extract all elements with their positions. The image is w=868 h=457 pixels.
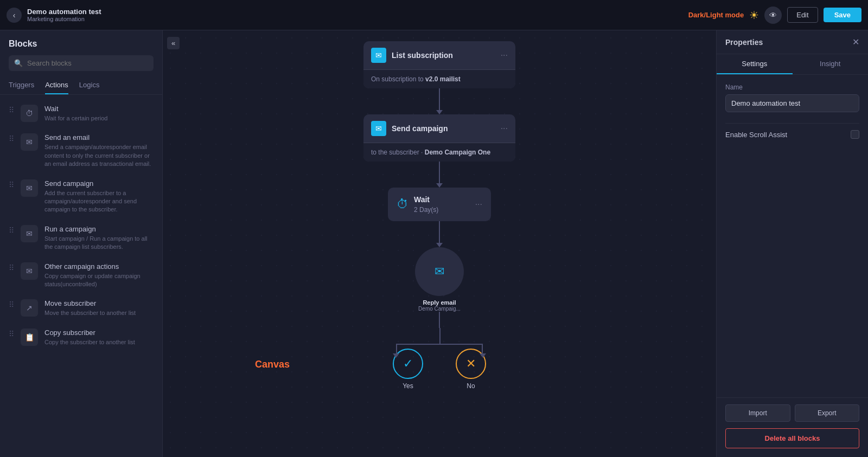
close-panel-button[interactable]: ✕ [852, 37, 859, 47]
list-item[interactable]: ⠿ ⏱ Wait Wait for a certain period [0, 99, 162, 128]
drag-handle-icon: ⠿ [9, 226, 14, 235]
drag-handle-icon: ⠿ [9, 134, 14, 143]
branch-center-line [439, 328, 441, 344]
no-label: No [467, 382, 475, 390]
copy-subscriber-block-name: Copy subscriber [44, 329, 154, 337]
wait-menu-icon[interactable]: ··· [475, 199, 482, 209]
reply-icon: ✉ [435, 265, 444, 279]
list-subscription-node[interactable]: ✉ List subscription ··· On subscription … [363, 41, 515, 88]
blocks-title: Blocks [9, 39, 154, 49]
preview-button[interactable]: 👁 [764, 7, 782, 24]
list-item[interactable]: ⠿ 📋 Copy subscriber Copy the subscriber … [0, 323, 162, 352]
arrow-no [480, 353, 486, 358]
move-subscriber-block-desc: Move the subscriber to another list [44, 309, 154, 317]
delete-all-button[interactable]: Delete all blocks [725, 428, 859, 448]
node-body: to the subscriber · Demo Campaign One [363, 143, 515, 162]
branch-connector [380, 312, 499, 344]
main-area: Blocks 🔍 Triggers Actions Logics ⠿ ⏱ Wai… [0, 30, 868, 457]
yes-label: Yes [403, 382, 413, 390]
export-button[interactable]: Export [795, 404, 860, 422]
node-header: ✉ List subscription ··· [363, 41, 515, 69]
reply-email-node[interactable]: ✉ Reply email Demo Campaig... [415, 247, 464, 312]
search-input[interactable] [27, 59, 148, 67]
connector-2 [439, 162, 440, 183]
node-header: ✉ Send campaign ··· [363, 114, 515, 143]
arrow-3 [436, 243, 443, 247]
drag-handle-icon: ⠿ [9, 181, 14, 189]
list-item[interactable]: ⠿ ✉ Run a campaign Start campaign / Run … [0, 220, 162, 257]
other-campaign-block-icon: ✉ [21, 262, 38, 280]
send-campaign-node[interactable]: ✉ Send campaign ··· to the subscriber · … [363, 114, 515, 162]
right-panel: Properties ✕ Settings Insight Name Enabl… [716, 30, 868, 457]
left-panel: Blocks 🔍 Triggers Actions Logics ⠿ ⏱ Wai… [0, 30, 163, 457]
name-field-label: Name [725, 83, 859, 91]
canvas-area[interactable]: « Canvas ✉ List subscription ··· On subs… [163, 30, 716, 457]
back-button[interactable]: ‹ [7, 8, 22, 23]
left-panel-header: Blocks 🔍 [0, 30, 162, 75]
node-email-icon: ✉ [371, 48, 386, 63]
tab-actions[interactable]: Actions [45, 81, 68, 94]
automation-subtitle: Marketing automation [27, 16, 101, 22]
top-bar: ‹ Demo automation test Marketing automat… [0, 0, 868, 30]
node-email-icon: ✉ [371, 121, 386, 136]
list-item[interactable]: ⠿ ✉ Other campaign actions Copy campaign… [0, 257, 162, 294]
top-bar-right: Dark/Light mode ☀ 👁 Edit Save [688, 7, 861, 24]
send-campaign-block-name: Send campaign [44, 179, 154, 188]
list-item[interactable]: ⠿ ✉ Send campaign Add the current subscr… [0, 174, 162, 220]
tab-logics[interactable]: Logics [79, 81, 100, 94]
block-tabs: Triggers Actions Logics [0, 75, 162, 95]
arrow-2 [436, 183, 443, 188]
run-campaign-block-info: Run a campaign Start campaign / Run a ca… [44, 225, 154, 252]
reply-sub: Demo Campaig... [418, 306, 461, 312]
search-bar: 🔍 [9, 55, 154, 71]
node-title: Send campaign [392, 124, 495, 133]
scroll-assist-checkbox[interactable] [851, 130, 859, 139]
dark-light-toggle[interactable]: ☀ [749, 9, 759, 22]
minimize-panel-button[interactable]: « [167, 37, 180, 49]
branch-row: ✓ Yes ✕ No [393, 349, 486, 390]
arrow-yes [393, 353, 399, 358]
tab-triggers[interactable]: Triggers [9, 81, 34, 94]
branch-h-container [380, 328, 499, 344]
copy-subscriber-block-icon: 📋 [21, 329, 38, 346]
branch-right-line [482, 344, 483, 355]
move-subscriber-block-info: Move subscriber Move the subscriber to a… [44, 299, 154, 317]
import-button[interactable]: Import [725, 404, 790, 422]
list-item[interactable]: ⠿ ✉ Send an email Send a campaign/autore… [0, 128, 162, 173]
node-body: On subscription to v2.0 mailist [363, 69, 515, 88]
node-title: List subscription [392, 51, 495, 60]
wait-block-desc: Wait for a certain period [44, 114, 154, 123]
wait-block-name: Wait [44, 105, 154, 113]
run-campaign-block-name: Run a campaign [44, 225, 154, 233]
drag-handle-icon: ⠿ [9, 300, 14, 309]
wait-icon: ⏱ [397, 197, 409, 211]
wait-node[interactable]: ⏱ Wait 2 Day(s) ··· [388, 188, 491, 221]
move-subscriber-block-icon: ↗ [21, 299, 38, 317]
arrow-1 [436, 110, 443, 114]
settings-content: Name Enable Scroll Assist [717, 75, 868, 397]
send-campaign-block-desc: Add the current subscriber to a campaign… [44, 189, 154, 214]
node-menu-icon[interactable]: ··· [501, 124, 508, 133]
connector-1 [439, 88, 440, 110]
send-email-block-icon: ✉ [21, 133, 38, 151]
save-button[interactable]: Save [824, 8, 861, 22]
send-email-block-name: Send an email [44, 133, 154, 141]
edit-button[interactable]: Edit [787, 7, 818, 23]
send-campaign-block-info: Send campaign Add the current subscriber… [44, 179, 154, 214]
right-panel-header: Properties ✕ [717, 30, 868, 54]
scroll-assist-row: Enable Scroll Assist [725, 123, 859, 145]
reply-label: Reply email [418, 299, 461, 306]
name-field-input[interactable] [725, 94, 859, 112]
list-item[interactable]: ⠿ ↗ Move subscriber Move the subscriber … [0, 294, 162, 323]
other-campaign-block-name: Other campaign actions [44, 262, 154, 271]
run-campaign-block-desc: Start campaign / Run a campaign to all t… [44, 235, 154, 252]
node-menu-icon[interactable]: ··· [501, 50, 508, 60]
wait-label: Wait [414, 195, 470, 204]
app-title: Demo automation test Marketing automatio… [27, 8, 101, 22]
run-campaign-block-icon: ✉ [21, 225, 38, 242]
tab-insight[interactable]: Insight [793, 54, 869, 74]
tab-settings[interactable]: Settings [717, 54, 793, 74]
move-subscriber-block-name: Move subscriber [44, 299, 154, 307]
automation-title: Demo automation test [27, 8, 101, 16]
wait-block-icon: ⏱ [21, 105, 38, 122]
